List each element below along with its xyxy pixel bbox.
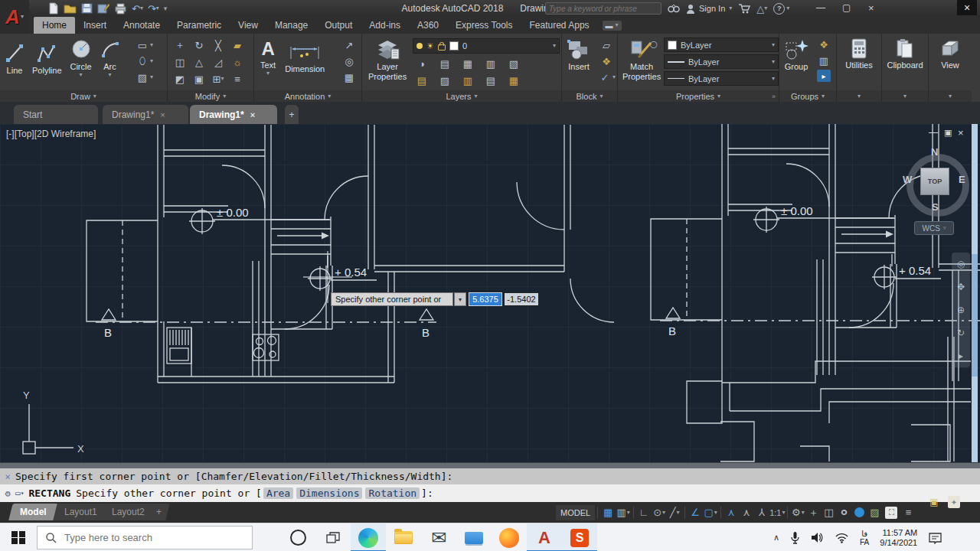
tab-manage[interactable]: Manage: [266, 17, 316, 34]
ortho-mode-icon[interactable]: ∟: [636, 505, 652, 520]
insert-button[interactable]: Insert: [567, 38, 591, 71]
tab-annotate[interactable]: Annotate: [115, 17, 168, 34]
group-edit-icon[interactable]: ▥: [816, 54, 831, 67]
viewport-minimize-icon[interactable]: —: [929, 127, 938, 138]
snap-mode-icon[interactable]: ▥▾: [616, 505, 631, 520]
array-icon[interactable]: ⊞▾: [211, 72, 226, 86]
plot-icon[interactable]: [114, 2, 127, 15]
copy-icon[interactable]: ◫: [172, 55, 188, 69]
graphics-performance-icon[interactable]: [851, 505, 867, 520]
isodraft-icon[interactable]: ╱▾: [667, 505, 682, 520]
panel-title-properties[interactable]: Properties▾»: [618, 90, 779, 102]
multileader-icon[interactable]: ◎: [341, 54, 357, 68]
layer-thaw-icon[interactable]: ▨: [437, 73, 452, 87]
microphone-icon[interactable]: [790, 531, 800, 545]
model-space-badge[interactable]: MODEL: [556, 505, 595, 520]
close-tab-icon[interactable]: ×: [160, 110, 165, 119]
pan-icon[interactable]: ✥: [957, 282, 965, 292]
cart-icon[interactable]: [738, 3, 750, 14]
file-tab-start[interactable]: Start: [14, 105, 98, 124]
erase-icon[interactable]: ≡: [230, 72, 245, 86]
explode-icon[interactable]: ☼: [230, 55, 245, 69]
tab-insert[interactable]: Insert: [75, 17, 115, 34]
viewcube-north[interactable]: N: [931, 146, 938, 158]
new-drawing-tab-button[interactable]: +: [285, 105, 299, 124]
layer-previous-icon[interactable]: ▦: [506, 73, 521, 87]
viewport-label[interactable]: [-][Top][2D Wireframe]: [6, 129, 96, 139]
table-icon[interactable]: ▦: [341, 70, 357, 84]
edge-button[interactable]: [351, 523, 386, 551]
sign-in-button[interactable]: Sign In▾: [686, 4, 732, 14]
viewcube[interactable]: N W E S TOP WCS▿: [903, 149, 965, 237]
redo-button[interactable]: ↷▾: [148, 3, 159, 15]
arc-button[interactable]: Arc▾: [100, 38, 120, 78]
osnap-icon[interactable]: ▢▾: [703, 505, 718, 520]
undo-button[interactable]: ↶▾: [132, 3, 143, 15]
capture-overlay-icon[interactable]: ▣: [928, 496, 940, 508]
task-view-button[interactable]: [315, 523, 351, 551]
panel-title-view[interactable]: ▾: [929, 90, 972, 102]
move-icon[interactable]: ＋: [172, 38, 188, 52]
trim-icon[interactable]: ╳: [211, 38, 226, 52]
tab-output[interactable]: Output: [316, 17, 361, 34]
fullscreen-icon[interactable]: ⛶: [885, 507, 897, 519]
quick-properties-icon[interactable]: ◫: [821, 505, 836, 520]
scrollbar-thumb[interactable]: [972, 254, 978, 377]
layer-match-icon[interactable]: ▧: [506, 57, 521, 70]
new-file-icon[interactable]: [47, 2, 59, 15]
ucs-icon[interactable]: X Y: [23, 390, 84, 455]
tab-express-tools[interactable]: Express Tools: [447, 17, 521, 34]
clipboard-button[interactable]: Clipboard: [885, 38, 925, 70]
isolate-objects-icon[interactable]: 🞉: [836, 505, 851, 520]
drawing-canvas[interactable]: ± 0.00 + 0.54 B B X Y: [0, 124, 980, 468]
workspace-switching-icon[interactable]: ⚙▾: [790, 505, 805, 520]
layer-dropdown[interactable]: ☀ 0 ▾: [413, 38, 560, 54]
save-icon[interactable]: [81, 2, 93, 15]
object-color-dropdown[interactable]: ByLayer▾: [664, 37, 779, 52]
customize-wrench-icon[interactable]: ⚙: [0, 488, 15, 499]
tray-expand-icon[interactable]: ∧: [773, 533, 779, 543]
taskbar-search[interactable]: [37, 526, 253, 549]
polyline-button[interactable]: Polyline: [32, 42, 62, 75]
text-button[interactable]: A Text▾: [260, 38, 276, 77]
window-restore-button[interactable]: ▢: [842, 2, 851, 13]
file-explorer-button[interactable]: [386, 523, 421, 551]
screenpresso-button[interactable]: S: [562, 523, 597, 551]
option-rotation[interactable]: Rotation: [365, 487, 420, 499]
line-button[interactable]: Line: [5, 42, 24, 75]
zoom-extents-icon[interactable]: ⊕: [957, 305, 965, 315]
start-button[interactable]: [0, 523, 37, 551]
tab-featured-apps[interactable]: Featured Apps: [521, 17, 598, 34]
linetype-dropdown[interactable]: ByLayer▾: [664, 71, 779, 86]
qat-customize-icon[interactable]: ▾: [164, 5, 168, 11]
utilities-button[interactable]: Utilities: [843, 38, 875, 70]
layer-isolate-icon[interactable]: ◑: [414, 57, 430, 70]
panel-title-block[interactable]: Block▾: [562, 90, 617, 102]
search-binoculars-icon[interactable]: [668, 3, 680, 14]
layer-on-all-icon[interactable]: ▥: [460, 73, 475, 87]
file-tab-drawing1-active[interactable]: Drawing1*×: [190, 105, 277, 124]
panel-title-annotation[interactable]: Annotation▾: [254, 90, 361, 102]
vertical-scrollbar[interactable]: [972, 124, 978, 462]
tab-parametric[interactable]: Parametric: [168, 17, 230, 34]
command-close-icon[interactable]: ×: [0, 471, 15, 482]
wcs-dropdown[interactable]: WCS▿: [914, 221, 954, 235]
option-dimensions[interactable]: Dimensions: [296, 487, 362, 499]
rotate-icon[interactable]: ↻: [191, 38, 207, 52]
layout1-tab[interactable]: Layout1: [53, 504, 108, 520]
group-selection-icon[interactable]: ▸: [817, 70, 831, 82]
firefox-button[interactable]: [492, 523, 527, 551]
viewcube-east[interactable]: E: [959, 174, 965, 185]
annotation-scale-icon[interactable]: ⅄: [754, 505, 769, 520]
help-icon[interactable]: ?▾: [773, 3, 789, 15]
model-tab[interactable]: Model: [8, 504, 57, 520]
layer-off-icon[interactable]: ▦: [460, 57, 475, 70]
create-block-icon[interactable]: ▱: [599, 38, 614, 52]
panel-title-draw[interactable]: Draw▾: [0, 90, 167, 102]
grid-display-icon[interactable]: ▦: [600, 505, 616, 520]
tab-a360[interactable]: A360: [409, 17, 447, 34]
panel-title-modify[interactable]: Modify▾: [168, 90, 253, 102]
infocenter-search-input[interactable]: [545, 2, 662, 15]
dynamic-input-x-field[interactable]: 5.6375: [469, 292, 502, 306]
panel-title-groups[interactable]: Groups▾: [779, 90, 836, 102]
